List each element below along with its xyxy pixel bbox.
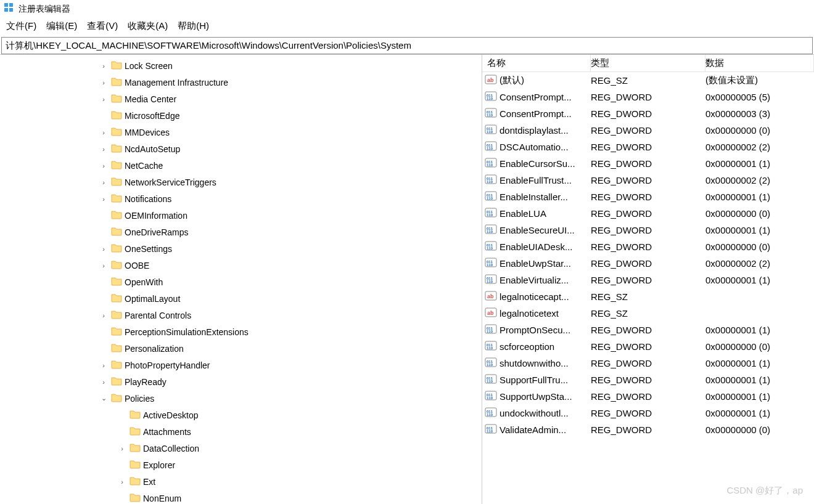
folder-icon — [111, 76, 122, 88]
values-pane: 名称 类型 数据 ab(默认)REG_SZ(数值未设置)011110Consen… — [482, 55, 814, 504]
address-bar[interactable] — [1, 37, 813, 54]
menu-help[interactable]: 帮助(H) — [178, 20, 209, 32]
chevron-right-icon[interactable]: › — [99, 62, 109, 70]
col-header-type[interactable]: 类型 — [591, 55, 705, 71]
value-row[interactable]: ab(默认)REG_SZ(数值未设置) — [482, 72, 814, 89]
chevron-right-icon[interactable]: › — [99, 262, 109, 269]
tree-item-label: Media Center — [125, 94, 176, 104]
value-row[interactable]: 011110DSCAutomatio...REG_DWORD0x00000002… — [482, 139, 814, 155]
chevron-right-icon[interactable]: › — [99, 378, 109, 386]
value-row[interactable]: 011110undockwithoutl...REG_DWORD0x000000… — [482, 405, 814, 421]
tree-item[interactable]: ›Lock Screen — [0, 57, 482, 74]
tree-item[interactable]: ActiveDesktop — [0, 407, 482, 423]
tree-item[interactable]: ⌄Policies — [0, 390, 482, 407]
tree-item[interactable]: ›Notifications — [0, 190, 482, 207]
menubar: 文件(F) 编辑(E) 查看(V) 收藏夹(A) 帮助(H) — [0, 18, 814, 36]
value-type: REG_DWORD — [591, 142, 705, 152]
value-row[interactable]: 011110dontdisplaylast...REG_DWORD0x00000… — [482, 122, 814, 139]
tree-item[interactable]: Personalization — [0, 340, 482, 357]
value-row[interactable]: 011110EnableFullTrust...REG_DWORD0x00000… — [482, 172, 814, 189]
tree-item[interactable]: ›PlayReady — [0, 373, 482, 390]
value-row[interactable]: 011110shutdownwitho...REG_DWORD0x0000000… — [482, 355, 814, 372]
value-type: REG_DWORD — [591, 108, 705, 119]
value-name: EnableUwpStar... — [500, 258, 571, 269]
svg-text:110: 110 — [487, 396, 493, 400]
tree-item[interactable]: ›Management Infrastructure — [0, 74, 482, 91]
tree-item[interactable]: OEMInformation — [0, 207, 482, 224]
value-row[interactable]: ablegalnoticecapt...REG_SZ — [482, 288, 814, 305]
folder-icon — [111, 209, 122, 221]
tree-item[interactable]: OpenWith — [0, 274, 482, 290]
svg-text:110: 110 — [487, 213, 493, 217]
chevron-right-icon[interactable]: › — [99, 195, 109, 203]
chevron-right-icon[interactable]: › — [99, 162, 109, 169]
tree-item[interactable]: ›Parental Controls — [0, 307, 482, 323]
menu-edit[interactable]: 编辑(E) — [46, 20, 77, 32]
value-row[interactable]: 011110PromptOnSecu...REG_DWORD0x00000001… — [482, 322, 814, 338]
tree-item[interactable]: ›OOBE — [0, 257, 482, 274]
chevron-right-icon[interactable]: › — [99, 129, 109, 136]
tree-item[interactable]: NonEnum — [0, 490, 482, 504]
svg-text:110: 110 — [487, 197, 493, 200]
tree-item[interactable]: Attachments — [0, 423, 482, 440]
value-row[interactable]: 011110SupportFullTru...REG_DWORD0x000000… — [482, 372, 814, 388]
svg-text:110: 110 — [487, 280, 493, 283]
tree-item[interactable]: ›Ext — [0, 473, 482, 490]
value-row[interactable]: 011110EnableLUAREG_DWORD0x00000000 (0) — [482, 205, 814, 222]
tree-item[interactable]: ›PhotoPropertyHandler — [0, 357, 482, 373]
value-type: REG_SZ — [591, 291, 705, 302]
tree-item[interactable]: ›NcdAutoSetup — [0, 140, 482, 157]
tree-item[interactable]: ›NetworkServiceTriggers — [0, 174, 482, 190]
value-row[interactable]: 011110EnableUwpStar...REG_DWORD0x0000000… — [482, 255, 814, 272]
value-data: 0x00000001 (1) — [705, 375, 814, 385]
chevron-right-icon[interactable]: › — [99, 362, 109, 369]
value-row[interactable]: 011110ConsentPrompt...REG_DWORD0x0000000… — [482, 105, 814, 122]
tree-item[interactable]: OptimalLayout — [0, 290, 482, 307]
tree-item[interactable]: ›DataCollection — [0, 440, 482, 457]
menu-file[interactable]: 文件(F) — [6, 20, 36, 32]
tree-item-label: OptimalLayout — [125, 294, 180, 304]
chevron-right-icon[interactable]: › — [99, 145, 109, 153]
value-row[interactable]: 011110EnableSecureUI...REG_DWORD0x000000… — [482, 222, 814, 238]
value-row[interactable]: 011110SupportUwpSta...REG_DWORD0x0000000… — [482, 388, 814, 405]
col-header-data[interactable]: 数据 — [705, 55, 814, 71]
value-row[interactable]: ablegalnoticetextREG_SZ — [482, 305, 814, 322]
address-input[interactable] — [6, 41, 808, 51]
tree-item[interactable]: Explorer — [0, 457, 482, 473]
chevron-right-icon[interactable]: › — [99, 179, 109, 186]
value-row[interactable]: 011110ValidateAdmin...REG_DWORD0x0000000… — [482, 421, 814, 438]
value-type: REG_DWORD — [591, 225, 705, 235]
chevron-down-icon[interactable]: ⌄ — [99, 394, 109, 402]
tree-item[interactable]: PerceptionSimulationExtensions — [0, 323, 482, 340]
tree-item[interactable]: ›OneSettings — [0, 240, 482, 257]
menu-view[interactable]: 查看(V) — [87, 20, 118, 32]
chevron-right-icon[interactable]: › — [99, 312, 109, 319]
col-header-name[interactable]: 名称 — [482, 55, 591, 71]
value-row[interactable]: 011110EnableCursorSu...REG_DWORD0x000000… — [482, 155, 814, 172]
tree-item[interactable]: OneDriveRamps — [0, 224, 482, 240]
value-data: 0x00000001 (1) — [705, 325, 814, 335]
svg-text:110: 110 — [487, 429, 493, 433]
tree-item[interactable]: MicrosoftEdge — [0, 107, 482, 124]
value-type: REG_DWORD — [591, 358, 705, 368]
chevron-right-icon[interactable]: › — [99, 245, 109, 253]
tree-item[interactable]: ›Media Center — [0, 91, 482, 107]
value-row[interactable]: 011110EnableVirtualiz...REG_DWORD0x00000… — [482, 272, 814, 288]
value-row[interactable]: 011110EnableInstaller...REG_DWORD0x00000… — [482, 189, 814, 205]
value-row[interactable]: 011110scforceoptionREG_DWORD0x00000000 (… — [482, 338, 814, 355]
value-data: 0x00000001 (1) — [705, 391, 814, 402]
value-row[interactable]: 011110EnableUIADesk...REG_DWORD0x0000000… — [482, 238, 814, 255]
value-row[interactable]: 011110ConsentPrompt...REG_DWORD0x0000000… — [482, 89, 814, 105]
menu-fav[interactable]: 收藏夹(A) — [128, 20, 168, 32]
chevron-right-icon[interactable]: › — [99, 96, 109, 103]
tree-view[interactable]: ›Lock Screen›Management Infrastructure›M… — [0, 55, 482, 504]
chevron-right-icon[interactable]: › — [117, 445, 127, 452]
value-name: PromptOnSecu... — [500, 325, 570, 335]
tree-item[interactable]: ›MMDevices — [0, 124, 482, 140]
chevron-right-icon[interactable]: › — [117, 478, 127, 486]
value-type: REG_DWORD — [591, 242, 705, 252]
tree-item[interactable]: ›NetCache — [0, 157, 482, 174]
tree-item-label: ActiveDesktop — [143, 410, 198, 420]
grid-body[interactable]: ab(默认)REG_SZ(数值未设置)011110ConsentPrompt..… — [482, 72, 814, 504]
chevron-right-icon[interactable]: › — [99, 79, 109, 86]
